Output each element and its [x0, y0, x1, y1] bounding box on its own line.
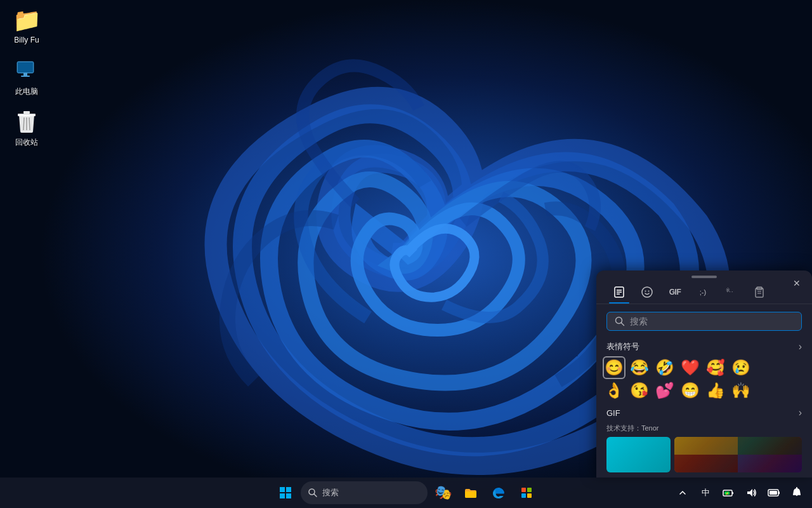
- emoji-item[interactable]: ❤️: [679, 356, 702, 379]
- emoji-item[interactable]: 😘: [628, 379, 651, 402]
- emoji-section-title: 表情符号: [606, 341, 639, 352]
- emoji-item[interactable]: 😢: [730, 356, 752, 379]
- svg-rect-41: [778, 491, 780, 494]
- svg-line-25: [622, 323, 624, 326]
- svg-rect-4: [23, 73, 27, 76]
- drag-handle: [691, 276, 717, 278]
- emoji-item[interactable]: 🥰: [704, 356, 727, 379]
- battery-saver-button[interactable]: ⚡: [718, 483, 738, 503]
- gif-previews: [606, 437, 802, 472]
- svg-line-8: [23, 117, 24, 130]
- tab-gif[interactable]: GIF: [662, 281, 688, 304]
- svg-rect-6: [18, 114, 36, 116]
- tab-clipboard[interactable]: [746, 281, 771, 304]
- folder-icon: [464, 486, 478, 499]
- widgets-icon: 🎭: [435, 485, 452, 501]
- emoji-item[interactable]: 😊: [603, 356, 625, 379]
- computer-icon: [14, 58, 39, 84]
- store-icon: [520, 486, 534, 500]
- emoji-grid: 😊😂🤣❤️🥰😢👌😘💕😁👍🙌: [596, 355, 812, 404]
- emoji-section-header: 表情符号 ›: [596, 336, 812, 355]
- svg-point-17: [648, 291, 650, 292]
- desktop: 📁 Billy Fu 此电脑 回收站: [0, 0, 812, 508]
- bell-icon: [791, 487, 802, 498]
- emoji-item[interactable]: 👌: [603, 379, 625, 402]
- icon-label-this-pc: 此电脑: [15, 86, 38, 97]
- search-icon: [615, 316, 625, 326]
- gif-section-expand[interactable]: ›: [799, 407, 802, 418]
- recycle-bin-icon: [14, 109, 39, 135]
- emoji-item[interactable]: 😁: [679, 379, 702, 402]
- taskbar: 搜索 🎭: [0, 478, 812, 508]
- tab-symbols[interactable]: ⋯ ※: [718, 281, 743, 304]
- input-method[interactable]: 中: [695, 483, 716, 503]
- notification-bell[interactable]: [787, 483, 807, 503]
- svg-point-16: [645, 291, 646, 292]
- svg-rect-42: [769, 491, 777, 495]
- emoji-section-expand[interactable]: ›: [799, 341, 802, 352]
- svg-rect-7: [23, 111, 30, 114]
- edge-icon: [492, 486, 506, 500]
- close-button[interactable]: ✕: [789, 276, 804, 291]
- search-text: 搜索: [322, 487, 339, 498]
- svg-line-10: [29, 117, 30, 130]
- emoji-item[interactable]: 💕: [653, 379, 676, 402]
- svg-rect-5: [21, 76, 30, 77]
- svg-rect-26: [280, 487, 285, 492]
- search-input[interactable]: [630, 316, 794, 326]
- desktop-icon-recycle-bin[interactable]: 回收站: [4, 107, 49, 150]
- emoji-search-box[interactable]: [606, 312, 802, 331]
- system-tray: 中 ⚡: [672, 483, 807, 503]
- volume-icon: [745, 487, 757, 498]
- windows-icon: [280, 487, 291, 498]
- language-indicator: 中: [702, 487, 710, 498]
- svg-rect-34: [521, 493, 526, 498]
- taskbar-search[interactable]: 搜索: [301, 481, 428, 504]
- svg-text:※: ※: [726, 287, 730, 293]
- powered-by-text: 技术支持：Tenor: [606, 424, 659, 433]
- folder-icon: 📁: [14, 8, 39, 33]
- file-explorer-button[interactable]: [458, 480, 483, 505]
- widgets-button[interactable]: 🎭: [430, 480, 455, 505]
- gif-title: GIF: [606, 408, 620, 418]
- tab-emoji[interactable]: [634, 281, 660, 304]
- panel-drag-bar[interactable]: ✕: [596, 271, 812, 281]
- search-icon: [308, 488, 317, 497]
- start-button[interactable]: [273, 480, 298, 505]
- emoji-item[interactable]: 🙌: [730, 379, 752, 402]
- icon-label-recycle-bin: 回收站: [15, 137, 38, 148]
- emoji-item[interactable]: 🤣: [653, 356, 676, 379]
- emoji-item: [780, 356, 803, 379]
- chevron-up-icon: [679, 489, 686, 497]
- emoji-item[interactable]: 😂: [628, 356, 651, 379]
- panel-tabs: GIF ;-) ⋯ ※: [596, 281, 812, 304]
- emoji-panel: ✕ GIF ;-): [596, 271, 812, 478]
- svg-rect-33: [527, 488, 532, 492]
- svg-rect-32: [521, 488, 526, 492]
- svg-point-15: [642, 287, 652, 297]
- gif-preview-1[interactable]: [606, 437, 671, 472]
- icon-label-billy-fu: Billy Fu: [14, 36, 39, 44]
- svg-rect-35: [527, 493, 532, 498]
- svg-text:⚡: ⚡: [725, 491, 730, 496]
- battery-icon: [768, 487, 780, 498]
- taskbar-center: 搜索 🎭: [273, 480, 539, 505]
- emoji-item: [755, 356, 778, 379]
- volume-button[interactable]: [741, 483, 761, 503]
- show-hidden-icons[interactable]: [672, 483, 693, 503]
- tab-kaomoji[interactable]: ;-): [690, 281, 716, 304]
- battery-indicator[interactable]: [764, 483, 784, 503]
- svg-rect-27: [286, 487, 291, 492]
- svg-rect-28: [280, 493, 285, 498]
- tab-recent[interactable]: [606, 281, 632, 304]
- emoji-item: [755, 379, 778, 402]
- svg-rect-3: [18, 62, 33, 72]
- emoji-item[interactable]: 👍: [704, 379, 727, 402]
- edge-button[interactable]: [486, 480, 511, 505]
- store-button[interactable]: [514, 480, 539, 505]
- desktop-icon-billy-fu[interactable]: 📁 Billy Fu: [4, 5, 49, 47]
- desktop-icon-this-pc[interactable]: 此电脑: [4, 56, 49, 100]
- gif-preview-2[interactable]: [674, 437, 802, 472]
- svg-line-31: [314, 494, 317, 497]
- battery-saver-icon: ⚡: [723, 487, 734, 498]
